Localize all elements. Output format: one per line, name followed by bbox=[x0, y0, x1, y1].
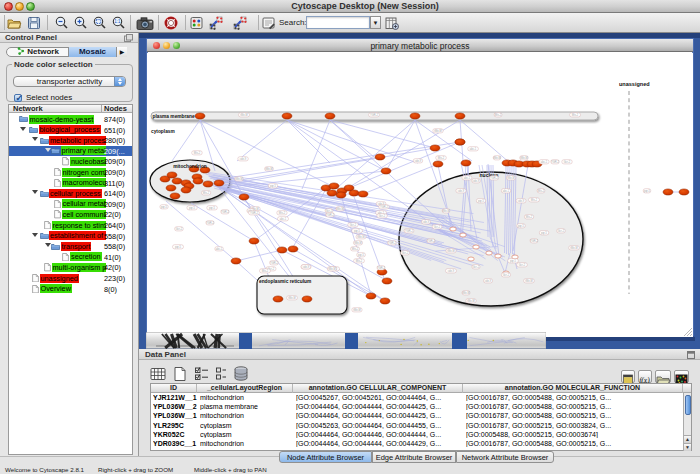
svg-text:Gcr-2: Gcr-2 bbox=[473, 265, 480, 269]
svg-text:YGR-2: YGR-2 bbox=[370, 113, 378, 117]
svg-text:YGR-2: YGR-2 bbox=[388, 241, 396, 245]
svg-text:cde-9: cde-9 bbox=[423, 220, 430, 224]
svg-text:Gcr-2: Gcr-2 bbox=[519, 263, 526, 267]
svg-text:cde-9: cde-9 bbox=[415, 159, 422, 163]
svg-text:YGR-2: YGR-2 bbox=[490, 176, 498, 180]
svg-text:Mts-2: Mts-2 bbox=[194, 151, 201, 155]
svg-text:pqr-5: pqr-5 bbox=[189, 206, 196, 210]
svg-text:Mts-2: Mts-2 bbox=[526, 215, 533, 219]
svg-text:tMe-M: tMe-M bbox=[493, 156, 500, 160]
svg-text:tMe-M: tMe-M bbox=[354, 241, 361, 245]
svg-text:tMe-M: tMe-M bbox=[235, 177, 242, 181]
svg-text:plasma membrane: plasma membrane bbox=[153, 114, 195, 119]
svg-text:YGR-2: YGR-2 bbox=[427, 239, 435, 243]
svg-text:cde-9: cde-9 bbox=[303, 265, 310, 269]
svg-text:Mts-2: Mts-2 bbox=[279, 211, 286, 215]
svg-text:Gcr-2: Gcr-2 bbox=[402, 251, 409, 255]
svg-text:Mts-2: Mts-2 bbox=[531, 198, 538, 202]
svg-text:pqr-5: pqr-5 bbox=[541, 231, 548, 235]
svg-text:Gcr-2: Gcr-2 bbox=[558, 229, 565, 233]
svg-text:1:1: 1:1 bbox=[114, 19, 121, 24]
svg-text:YGR-2: YGR-2 bbox=[530, 239, 538, 243]
svg-text:Mts-2: Mts-2 bbox=[572, 113, 579, 117]
svg-text:YGR-2: YGR-2 bbox=[250, 211, 258, 215]
svg-text:tMe-M: tMe-M bbox=[467, 299, 474, 303]
svg-text:Gcr-2: Gcr-2 bbox=[434, 225, 441, 229]
svg-text:abc-1: abc-1 bbox=[541, 160, 548, 164]
svg-text:unassigned: unassigned bbox=[619, 81, 650, 87]
svg-text:pqr-5: pqr-5 bbox=[510, 259, 517, 263]
svg-text:pqr-5: pqr-5 bbox=[161, 205, 168, 209]
svg-text:cde-9: cde-9 bbox=[518, 199, 525, 203]
svg-text:tMe-M: tMe-M bbox=[525, 279, 532, 283]
svg-text:YGR-2: YGR-2 bbox=[206, 221, 214, 225]
svg-text:tMe-M: tMe-M bbox=[240, 113, 247, 117]
svg-text:pqr-5: pqr-5 bbox=[518, 224, 525, 228]
svg-text:abc-1: abc-1 bbox=[464, 176, 471, 180]
svg-text:endoplasmic reticulum: endoplasmic reticulum bbox=[259, 279, 311, 284]
svg-text:tMe-M: tMe-M bbox=[434, 129, 441, 133]
svg-text:cde-9: cde-9 bbox=[458, 189, 465, 193]
svg-text:YGR-2: YGR-2 bbox=[270, 261, 278, 265]
svg-text:tMe-M: tMe-M bbox=[357, 235, 364, 239]
svg-text:Mts-2: Mts-2 bbox=[438, 156, 445, 160]
svg-text:pqr-5: pqr-5 bbox=[175, 245, 182, 249]
svg-text:Gcr-2: Gcr-2 bbox=[176, 227, 183, 231]
svg-text:tMe-M: tMe-M bbox=[447, 249, 454, 253]
svg-text:pqr-5: pqr-5 bbox=[354, 229, 361, 233]
svg-text:tMe-M: tMe-M bbox=[570, 246, 577, 250]
svg-text:YGR-2: YGR-2 bbox=[551, 160, 559, 164]
svg-text:cytoplasm: cytoplasm bbox=[151, 129, 175, 134]
svg-text:abc-1: abc-1 bbox=[470, 147, 477, 151]
svg-text:Mts-2: Mts-2 bbox=[356, 259, 363, 263]
svg-text:pqr-5: pqr-5 bbox=[644, 189, 651, 193]
svg-text:pqr-5: pqr-5 bbox=[209, 206, 216, 210]
svg-text:cde-9: cde-9 bbox=[448, 269, 455, 273]
svg-text:cde-9: cde-9 bbox=[485, 279, 492, 283]
svg-text:tMe-M: tMe-M bbox=[328, 267, 335, 271]
svg-text:Mts-2: Mts-2 bbox=[538, 189, 545, 193]
svg-text:YGR-2: YGR-2 bbox=[405, 229, 413, 233]
svg-text:Mts-2: Mts-2 bbox=[495, 113, 502, 117]
svg-text:YGR-2: YGR-2 bbox=[326, 213, 334, 217]
svg-text:YGR-2: YGR-2 bbox=[221, 210, 229, 214]
svg-text:tMe-M: tMe-M bbox=[265, 167, 272, 171]
svg-text:YGR-2: YGR-2 bbox=[380, 205, 388, 209]
svg-text:cde-9: cde-9 bbox=[473, 179, 480, 183]
svg-text:tMe-M: tMe-M bbox=[336, 207, 343, 211]
svg-text:tMe-M: tMe-M bbox=[442, 209, 449, 213]
svg-text:YGR-2: YGR-2 bbox=[377, 266, 385, 270]
svg-text:tMe-M: tMe-M bbox=[520, 156, 527, 160]
svg-text:Gcr-2: Gcr-2 bbox=[379, 214, 386, 218]
svg-text:Mts-2: Mts-2 bbox=[262, 269, 269, 273]
svg-text:pqr-5: pqr-5 bbox=[358, 253, 365, 257]
svg-text:pqr-5: pqr-5 bbox=[270, 184, 277, 188]
svg-text:Gcr-2: Gcr-2 bbox=[503, 273, 510, 277]
svg-text:Gcr-2: Gcr-2 bbox=[350, 223, 357, 227]
svg-text:tMe-M: tMe-M bbox=[507, 176, 514, 180]
svg-text:mitochondrion: mitochondrion bbox=[173, 164, 207, 169]
svg-text:tMe-M: tMe-M bbox=[353, 308, 360, 312]
svg-text:Gcr-2: Gcr-2 bbox=[564, 160, 571, 164]
svg-text:pqr-5: pqr-5 bbox=[478, 199, 485, 203]
svg-text:abc-1: abc-1 bbox=[280, 217, 287, 221]
svg-text:abc-1: abc-1 bbox=[503, 189, 510, 193]
svg-text:tMe-M: tMe-M bbox=[462, 291, 469, 295]
svg-text:cde-9: cde-9 bbox=[240, 157, 247, 161]
svg-text:abc-1: abc-1 bbox=[216, 247, 223, 251]
svg-text:Mts-2: Mts-2 bbox=[352, 247, 359, 251]
svg-text:tMe-M: tMe-M bbox=[288, 296, 295, 300]
svg-text:Mts-2: Mts-2 bbox=[203, 191, 210, 195]
